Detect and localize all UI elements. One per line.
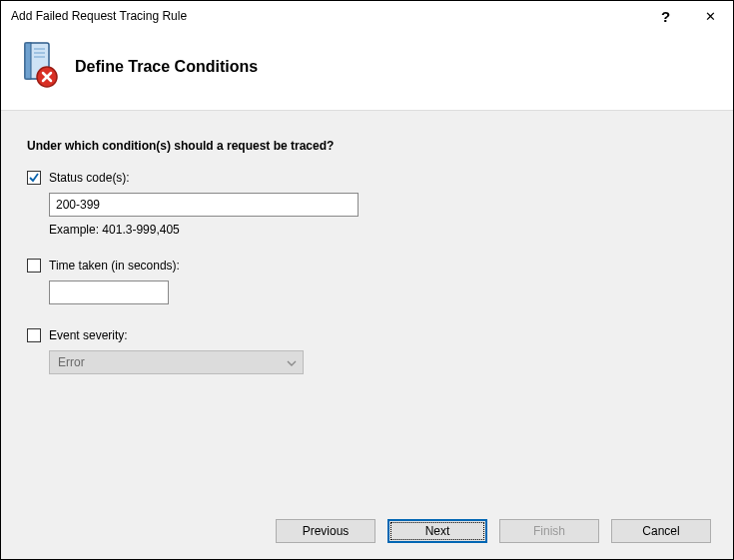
event-severity-checkbox[interactable] xyxy=(27,328,41,342)
event-severity-value: Error xyxy=(58,355,85,369)
titlebar: Add Failed Request Tracing Rule ? ✕ xyxy=(1,1,733,31)
next-button[interactable]: Next xyxy=(387,519,487,543)
time-taken-label: Time taken (in seconds): xyxy=(49,259,180,273)
status-codes-example: Example: 401.3-999,405 xyxy=(49,223,707,237)
time-taken-input[interactable] xyxy=(49,280,169,304)
previous-button[interactable]: Previous xyxy=(276,519,375,543)
cancel-button[interactable]: Cancel xyxy=(611,519,711,543)
status-codes-label: Status code(s): xyxy=(49,171,130,185)
status-codes-input[interactable] xyxy=(49,193,359,217)
question-label: Under which condition(s) should a reques… xyxy=(27,139,707,153)
content-area: Under which condition(s) should a reques… xyxy=(1,111,733,507)
finish-button: Finish xyxy=(499,519,599,543)
event-severity-label: Event severity: xyxy=(49,328,128,342)
wizard-footer: Previous Next Finish Cancel xyxy=(1,507,733,559)
svg-rect-1 xyxy=(25,43,31,79)
wizard-header: Define Trace Conditions xyxy=(1,31,733,111)
status-codes-checkbox[interactable] xyxy=(27,171,41,185)
book-error-icon xyxy=(19,41,61,92)
window-title: Add Failed Request Tracing Rule xyxy=(11,9,643,23)
page-heading: Define Trace Conditions xyxy=(75,58,258,76)
chevron-down-icon xyxy=(287,355,297,369)
time-taken-checkbox[interactable] xyxy=(27,259,41,273)
event-severity-select: Error xyxy=(49,350,304,374)
close-button[interactable]: ✕ xyxy=(688,1,733,31)
help-button[interactable]: ? xyxy=(643,1,688,31)
